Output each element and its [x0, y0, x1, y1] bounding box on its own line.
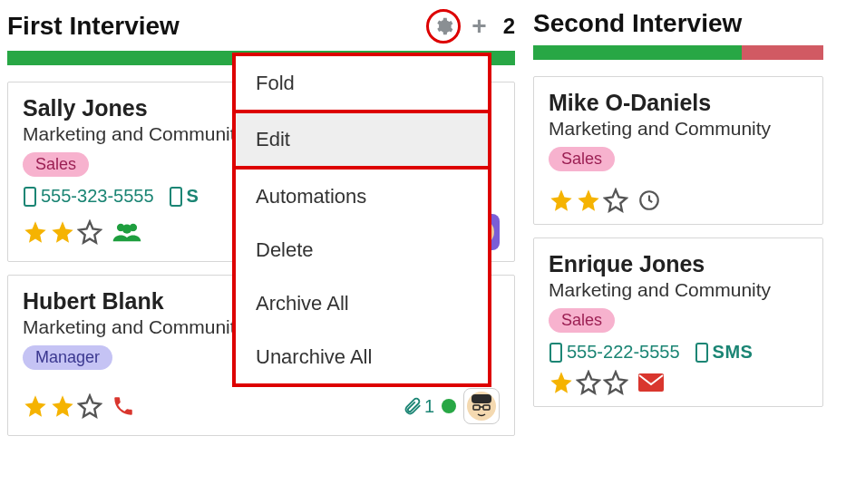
rating-stars[interactable]	[549, 370, 628, 395]
column-settings-button[interactable]	[426, 9, 461, 44]
star-icon	[50, 393, 75, 419]
attachment-indicator[interactable]: 1	[403, 396, 434, 417]
group-icon	[112, 219, 142, 245]
star-icon	[23, 393, 48, 419]
candidate-tag: Manager	[23, 345, 112, 370]
kanban-column-second-interview: Second Interview Mike O-Daniels Marketin…	[533, 7, 823, 449]
svg-rect-10	[472, 394, 491, 403]
candidate-phone[interactable]: 555-323-5555	[23, 186, 154, 207]
rating-stars[interactable]	[549, 188, 628, 213]
svg-rect-17	[638, 373, 664, 392]
svg-rect-15	[550, 344, 561, 362]
star-icon	[549, 188, 574, 213]
status-dot	[442, 399, 456, 413]
candidate-tag: Sales	[549, 308, 615, 333]
phone-icon[interactable]	[112, 394, 135, 418]
column-context-menu: Fold Edit Automations Delete Archive All…	[232, 53, 491, 387]
star-icon	[77, 219, 102, 245]
menu-item-unarchive-all[interactable]: Unarchive All	[236, 330, 488, 383]
menu-item-automations[interactable]: Automations	[236, 170, 488, 223]
star-icon	[603, 370, 628, 395]
avatar-face-icon	[466, 391, 497, 422]
mail-icon[interactable]	[637, 372, 665, 393]
candidate-name: Mike O-Daniels	[549, 90, 808, 116]
column-count: 2	[503, 14, 515, 39]
mobile-icon	[549, 343, 563, 363]
svg-point-4	[122, 225, 131, 234]
candidate-subtitle: Marketing and Community	[549, 118, 808, 140]
star-icon	[603, 188, 628, 213]
menu-item-edit[interactable]: Edit	[236, 110, 488, 170]
rating-stars[interactable]	[23, 219, 102, 245]
star-icon	[549, 370, 574, 395]
candidate-phone[interactable]: 555-222-5555	[549, 342, 680, 363]
svg-rect-1	[170, 188, 181, 206]
candidate-card[interactable]: Enrique Jones Marketing and Community Sa…	[533, 237, 823, 407]
candidate-tag: Sales	[549, 147, 615, 171]
add-card-button[interactable]: +	[472, 14, 486, 39]
candidate-tag: Sales	[23, 152, 89, 177]
mobile-icon	[23, 187, 37, 207]
assignee-avatar[interactable]	[463, 388, 500, 424]
column-title: Second Interview	[533, 9, 742, 38]
candidate-card[interactable]: Mike O-Daniels Marketing and Community S…	[533, 76, 823, 225]
gear-icon	[433, 16, 453, 36]
menu-item-delete[interactable]: Delete	[236, 223, 488, 276]
mobile-icon	[169, 187, 183, 207]
paperclip-icon	[403, 396, 423, 416]
clock-icon	[637, 189, 661, 212]
star-icon	[576, 370, 601, 395]
candidate-sms[interactable]: S	[169, 186, 199, 207]
kanban-column-first-interview: First Interview + 2 Sally Jones Marketin…	[7, 7, 515, 449]
candidate-name: Enrique Jones	[549, 251, 808, 277]
star-icon	[576, 188, 601, 213]
star-icon	[50, 219, 75, 245]
star-icon	[77, 393, 102, 419]
column-progress-bar	[533, 45, 823, 60]
menu-item-fold[interactable]: Fold	[236, 56, 488, 110]
column-title: First Interview	[7, 12, 180, 41]
rating-stars[interactable]	[23, 393, 102, 419]
candidate-sms[interactable]: SMS	[695, 342, 754, 363]
svg-rect-0	[24, 188, 35, 206]
menu-item-archive-all[interactable]: Archive All	[236, 276, 488, 330]
svg-rect-16	[696, 344, 707, 362]
star-icon	[23, 219, 48, 245]
candidate-subtitle: Marketing and Community	[549, 279, 808, 301]
mobile-icon	[695, 343, 709, 363]
